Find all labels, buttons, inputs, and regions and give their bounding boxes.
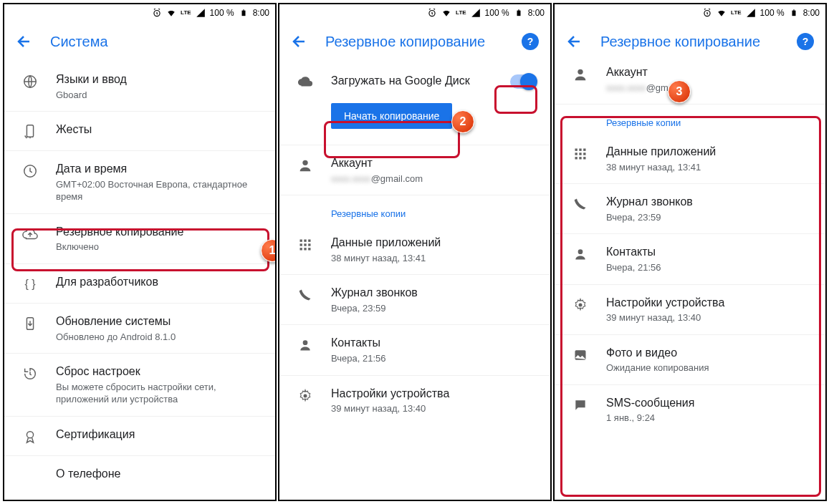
- item-system-update[interactable]: Обновление системыОбновлено до Android 8…: [4, 304, 275, 354]
- svg-point-26: [577, 69, 583, 74]
- apps-icon: [572, 145, 589, 163]
- item-call-log[interactable]: Журнал звонковВчера, 23:59: [555, 184, 825, 234]
- item-upload-toggle-row: Загружать на Google Диск: [279, 62, 550, 100]
- status-time: 8:00: [253, 8, 269, 18]
- restore-icon: [21, 365, 39, 382]
- clock-icon: [21, 163, 39, 180]
- item-backup[interactable]: Резервное копированиеВключено: [4, 214, 275, 264]
- item-device-settings[interactable]: Настройки устройства39 минут назад, 13:4…: [555, 285, 825, 335]
- alarm-icon: [702, 8, 712, 18]
- item-title: Сертификация: [56, 427, 264, 442]
- app-bar: Резервное копирование ?: [279, 21, 550, 62]
- item-app-data[interactable]: Данные приложений38 минут назад, 13:41: [555, 134, 825, 184]
- item-language-input[interactable]: Языки и вводGboard: [4, 62, 275, 112]
- gear-icon: [297, 387, 314, 404]
- item-developer[interactable]: { } Для разработчиков: [4, 264, 275, 304]
- network-lte: LTE: [456, 11, 466, 15]
- item-title: SMS-сообщения: [606, 395, 814, 411]
- item-subtitle: 39 минут назад, 13:40: [606, 311, 814, 324]
- item-subtitle: 1 янв., 9:24: [606, 412, 814, 425]
- svg-rect-1: [241, 11, 245, 16]
- item-title: Сброс настроек: [56, 364, 264, 379]
- item-title: Контакты: [606, 244, 814, 260]
- item-subtitle: Вы можете сбросить настройки сети, прило…: [56, 381, 264, 406]
- svg-rect-19: [304, 248, 306, 250]
- back-arrow-icon[interactable]: [16, 33, 33, 50]
- svg-rect-20: [308, 248, 310, 250]
- backups-section-header: Резервные копии: [279, 195, 550, 225]
- wifi-icon: [441, 8, 451, 18]
- svg-rect-10: [518, 9, 519, 10]
- svg-rect-34: [579, 157, 581, 159]
- status-bar: LTE 100 % 8:00: [555, 4, 825, 21]
- cloud-upload-icon: [21, 226, 39, 243]
- item-subtitle: Вчера, 21:56: [331, 352, 539, 365]
- svg-rect-24: [792, 11, 795, 16]
- status-time: 8:00: [528, 8, 545, 18]
- svg-rect-14: [308, 240, 310, 242]
- item-contacts[interactable]: КонтактыВчера, 21:56: [555, 234, 825, 284]
- person-icon: [572, 66, 589, 83]
- item-title: Фото и видео: [606, 345, 814, 361]
- item-photos-video[interactable]: Фото и видеоОжидание копирования: [555, 335, 825, 385]
- item-contacts[interactable]: КонтактыВчера, 21:56: [279, 325, 550, 375]
- person-icon: [572, 246, 589, 263]
- svg-rect-2: [243, 9, 244, 10]
- page-title: Резервное копирование: [600, 34, 780, 50]
- svg-point-22: [304, 394, 307, 397]
- item-date-time[interactable]: Дата и времяGMT+02:00 Восточная Европа, …: [4, 151, 275, 214]
- page-title: Система: [50, 34, 264, 50]
- upload-toggle[interactable]: [510, 74, 536, 89]
- item-account[interactable]: Аккаунтxxxx.xxxx@gmail.com: [279, 145, 550, 195]
- wifi-icon: [166, 8, 176, 18]
- back-arrow-icon[interactable]: [566, 33, 583, 50]
- help-icon[interactable]: ?: [797, 33, 814, 50]
- upload-label: Загружать на Google Диск: [331, 73, 510, 89]
- account-email: xxxx.xxxx@gm: [606, 82, 814, 94]
- item-device-settings[interactable]: Настройки устройства39 минут назад, 13:4…: [279, 376, 550, 425]
- app-bar: Система: [4, 21, 275, 62]
- phone-icon: [297, 286, 314, 304]
- apps-icon: [297, 236, 314, 253]
- item-call-log[interactable]: Журнал звонковВчера, 23:59: [279, 275, 550, 325]
- back-arrow-icon[interactable]: [291, 33, 308, 50]
- network-lte: LTE: [181, 11, 191, 15]
- start-backup-row: Начать копирование: [279, 100, 550, 145]
- status-bar: LTE 100 % 8:00: [279, 4, 550, 21]
- gear-icon: [572, 296, 589, 314]
- battery-icon: [789, 8, 799, 18]
- item-account[interactable]: Аккаунтxxxx.xxxx@gm: [555, 62, 825, 105]
- svg-rect-12: [300, 240, 302, 242]
- svg-rect-4: [27, 125, 33, 137]
- item-reset[interactable]: Сброс настроекВы можете сбросить настрой…: [4, 354, 275, 417]
- item-title: Резервное копирование: [56, 224, 264, 240]
- item-title: Дата и время: [56, 161, 264, 177]
- item-title: Журнал звонков: [606, 194, 814, 210]
- svg-point-36: [578, 250, 583, 255]
- svg-rect-27: [575, 149, 577, 151]
- item-subtitle: 39 минут назад, 13:40: [331, 402, 539, 415]
- svg-rect-31: [579, 152, 581, 155]
- item-app-data[interactable]: Данные приложений38 минут назад, 13:41: [279, 225, 550, 275]
- svg-rect-15: [300, 243, 302, 246]
- item-title: Языки и ввод: [56, 72, 264, 87]
- signal-icon: [196, 8, 206, 18]
- item-certification[interactable]: Сертификация: [4, 417, 275, 456]
- item-gestures[interactable]: Жесты: [4, 112, 275, 151]
- phone-screen-2: LTE 100 % 8:00 Резервное копирование ? З…: [278, 3, 552, 501]
- item-title: Данные приложений: [331, 235, 539, 251]
- system-update-icon: [21, 315, 39, 332]
- help-icon[interactable]: ?: [522, 33, 539, 50]
- svg-rect-18: [300, 248, 302, 250]
- svg-rect-13: [304, 240, 306, 242]
- start-backup-button[interactable]: Начать копирование: [331, 103, 452, 129]
- alarm-icon: [427, 8, 437, 18]
- item-subtitle: Вчера, 23:59: [606, 211, 814, 224]
- item-sms[interactable]: SMS-сообщения1 янв., 9:24: [555, 385, 825, 435]
- item-title: Обновление системы: [56, 314, 264, 329]
- cloud-icon: [297, 73, 314, 90]
- item-subtitle: GMT+02:00 Восточная Европа, стандартное …: [56, 178, 264, 203]
- svg-rect-35: [583, 157, 585, 159]
- person-icon: [297, 336, 314, 354]
- item-about-phone[interactable]: О телефоне: [4, 456, 275, 492]
